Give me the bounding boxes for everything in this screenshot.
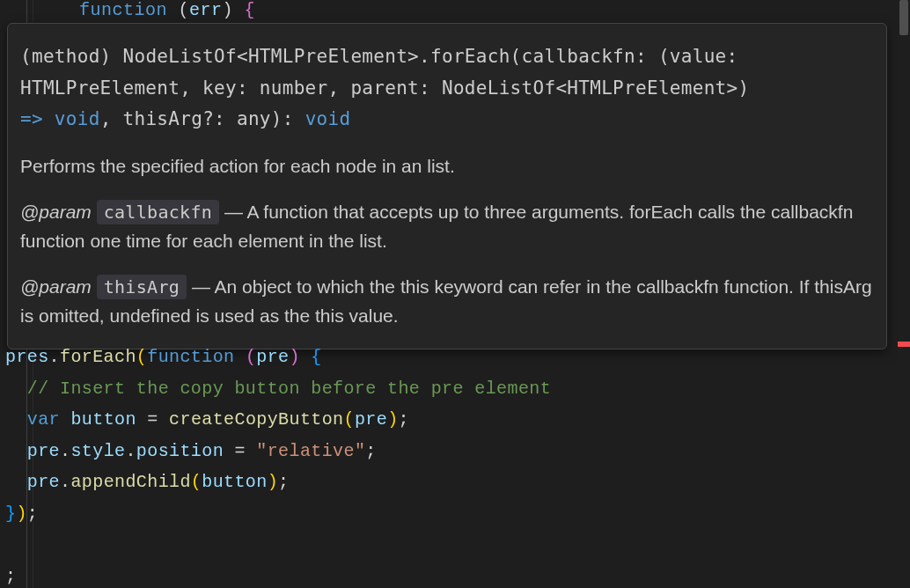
param-name-callbackfn: callbackfn <box>97 200 219 224</box>
param-tag: @param <box>20 276 92 297</box>
code-block[interactable]: pres.forEach(function (pre) { // Insert … <box>5 342 551 588</box>
hover-tooltip[interactable]: (method) NodeListOf<HTMLPreElement>.forE… <box>7 23 887 349</box>
hover-param-callbackfn: @param callbackfn — A function that acce… <box>20 197 874 256</box>
scrollbar-thumb[interactable] <box>899 0 908 35</box>
comment: // Insert the copy button before the pre… <box>5 379 551 399</box>
param-err: err <box>189 0 223 20</box>
param-name-thisarg: thisArg <box>97 275 187 299</box>
vertical-scrollbar[interactable] <box>898 0 910 588</box>
code-line-top[interactable]: function (err) { <box>79 0 255 19</box>
error-marker[interactable] <box>898 342 910 347</box>
param-tag: @param <box>20 202 92 222</box>
keyword-function: function <box>79 0 167 20</box>
hover-description: Performs the specified action for each n… <box>20 151 874 181</box>
signature: (method) NodeListOf<HTMLPreElement>.forE… <box>20 41 874 136</box>
hover-param-thisarg: @param thisArg — An object to which the … <box>20 272 874 331</box>
